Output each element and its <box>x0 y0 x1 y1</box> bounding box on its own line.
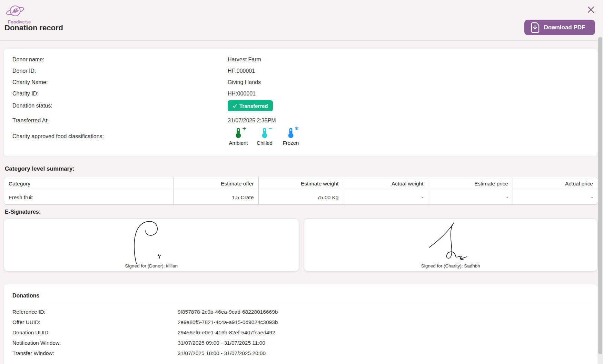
donation-row-donation-uuid: Donation UUID: 29456ef6-e0e1-416b-82ef-5… <box>12 327 589 338</box>
detail-label: Charity approved food classifications: <box>12 133 228 140</box>
detail-row-donor-name: Donor name: Harvest Farm <box>12 54 597 65</box>
close-button[interactable] <box>587 6 595 14</box>
donor-signature-caption: Signed for (Donor): killian <box>4 263 299 269</box>
donation-row-notification-window: Notification Window: 31/07/2025 09:00 - … <box>12 338 589 348</box>
detail-row-transferred-at: Transferred At: 31/07/2025 2:35PM <box>12 115 597 126</box>
donation-label: Donation UUID: <box>12 330 178 336</box>
column-header-category: Category <box>4 177 174 190</box>
donation-label: Transfer Window: <box>12 350 178 356</box>
signatures-heading: E-Signatures: <box>5 209 597 215</box>
page-title: Donation record <box>4 23 63 32</box>
column-header-actual-price: Actual price <box>513 177 598 190</box>
donation-row-reference-id: Reference ID: 9f857878-2c9b-46ea-9cad-68… <box>12 307 589 317</box>
donation-value: 31/07/2025 09:00 - 31/07/2025 11:00 <box>178 340 265 346</box>
category-summary-table: Category Estimate offer Estimate weight … <box>4 177 598 205</box>
status-badge: Transferred <box>228 100 273 111</box>
table-header-row: Category Estimate offer Estimate weight … <box>4 177 598 190</box>
donations-rows: Reference ID: 9f857878-2c9b-46ea-9cad-68… <box>12 307 589 358</box>
classification-label: Chilled <box>257 140 273 146</box>
table-row: Fresh fruit 1.5 Crate 75.00 Kg - - - <box>4 190 598 205</box>
column-header-estimate-weight: Estimate weight <box>259 177 344 190</box>
scrollbar-thumb[interactable] <box>598 37 602 354</box>
detail-label: Donor name: <box>12 57 228 63</box>
donation-label: Reference ID: <box>12 309 178 315</box>
column-header-estimate-price: Estimate price <box>428 177 513 190</box>
vertical-scrollbar[interactable] <box>597 37 603 364</box>
download-document-icon <box>530 22 540 33</box>
donation-value: 31/07/2025 18:00 - 31/07/2025 20:00 <box>178 350 266 356</box>
donor-signature-box: Signed for (Donor): killian <box>4 219 299 271</box>
detail-value: Giving Hands <box>228 79 261 85</box>
detail-label: Donation status: <box>12 103 228 109</box>
summary-heading: Category level summary: <box>5 165 597 172</box>
thermometer-snowflake-icon: ❄ <box>287 127 295 138</box>
thermometer-plus-icon: + <box>235 127 242 138</box>
detail-row-donor-id: Donor ID: HF:000001 <box>12 65 597 77</box>
donation-value: 9f857878-2c9b-46ea-9cad-68228016669b <box>178 309 278 315</box>
close-icon <box>587 6 595 14</box>
cell-category: Fresh fruit <box>4 190 174 205</box>
detail-value: HH:000001 <box>228 91 256 97</box>
cell-estimate-price: - <box>428 190 513 205</box>
signatures-row: Signed for (Donor): killian Signed for (… <box>4 219 597 271</box>
charity-signature-caption: Signed for (Charity): Sadhbh <box>304 263 597 269</box>
cell-estimate-weight: 75.00 Kg <box>259 190 344 205</box>
classification-list: + Ambient − <box>228 127 302 146</box>
detail-value: HF:000001 <box>228 68 255 74</box>
classification-frozen: ❄ Frozen <box>280 127 302 146</box>
foodiverse-logo: Foodiverse <box>6 4 31 24</box>
plus-symbol: + <box>242 126 246 131</box>
download-pdf-button[interactable]: Download PDF <box>524 20 595 35</box>
classification-ambient: + Ambient <box>228 127 249 146</box>
donation-label: Offer UUID: <box>12 319 178 325</box>
cell-estimate-offer: 1.5 Crate <box>174 190 259 205</box>
donation-details-card: Donor name: Harvest Farm Donor ID: HF:00… <box>4 49 597 156</box>
detail-label: Charity ID: <box>12 91 228 97</box>
detail-value: 31/07/2025 2:35PM <box>228 118 276 124</box>
classification-label: Ambient <box>229 140 248 146</box>
cell-actual-weight: - <box>343 190 428 205</box>
detail-row-charity-name: Charity Name: Giving Hands <box>12 77 597 88</box>
classification-label: Frozen <box>283 140 299 146</box>
status-badge-label: Transferred <box>239 103 268 109</box>
donation-row-offer-uuid: Offer UUID: 2e9a80f5-7821-4c4a-a915-0d90… <box>12 317 589 327</box>
check-icon <box>233 104 237 108</box>
column-header-actual-weight: Actual weight <box>343 177 428 190</box>
header: Foodiverse Donation record Download PDF <box>0 0 603 41</box>
detail-row-donation-status: Donation status: Transferred <box>12 100 597 111</box>
donor-signature-image <box>129 220 174 264</box>
donation-label: Notification Window: <box>12 340 178 346</box>
donation-row-transfer-window: Transfer Window: 31/07/2025 18:00 - 31/0… <box>12 348 589 358</box>
detail-label: Transferred At: <box>12 118 228 124</box>
thermometer-minus-icon: − <box>261 127 268 138</box>
main-content: Donor name: Harvest Farm Donor ID: HF:00… <box>0 49 603 364</box>
donation-value: 2e9a80f5-7821-4c4a-a915-0d9024c3093b <box>178 319 278 325</box>
donations-card: Donations Reference ID: 9f857878-2c9b-46… <box>4 284 597 364</box>
donation-value: 29456ef6-e0e1-416b-82ef-5407fcaed492 <box>178 330 275 336</box>
detail-row-charity-id: Charity ID: HH:000001 <box>12 88 597 99</box>
donations-heading: Donations <box>12 293 589 299</box>
column-header-estimate-offer: Estimate offer <box>174 177 259 190</box>
charity-signature-image <box>426 220 475 264</box>
planet-leaf-icon <box>6 4 27 19</box>
snowflake-symbol: ❄ <box>294 126 299 131</box>
detail-row-classifications: Charity approved food classifications: + <box>12 127 597 146</box>
download-pdf-label: Download PDF <box>540 24 595 31</box>
classification-chilled: − Chilled <box>254 127 275 146</box>
charity-signature-box: Signed for (Charity): Sadhbh <box>304 219 598 271</box>
divider <box>12 303 589 303</box>
cell-actual-price: - <box>513 190 598 205</box>
detail-label: Charity Name: <box>12 79 228 85</box>
detail-label: Donor ID: <box>12 68 228 74</box>
minus-symbol: − <box>268 126 273 131</box>
detail-value: Harvest Farm <box>228 57 261 63</box>
